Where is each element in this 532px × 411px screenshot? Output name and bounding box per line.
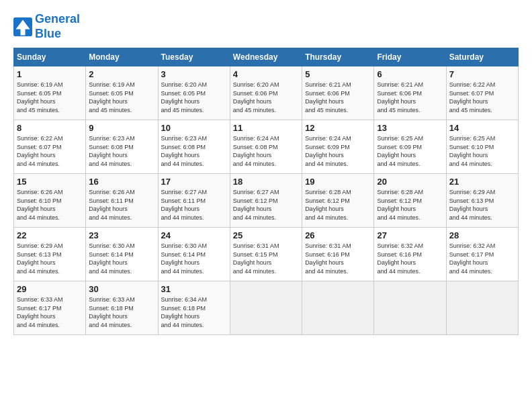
calendar-cell: 24 Sunrise: 6:30 AMSunset: 6:14 PMDaylig… [158,228,230,281]
day-number: 17 [161,177,227,187]
day-number: 28 [449,230,515,240]
day-number: 26 [305,230,371,240]
calendar-cell [302,281,374,335]
calendar-body: 1 Sunrise: 6:19 AMSunset: 6:05 PMDayligh… [14,66,519,335]
day-info: Sunrise: 6:22 AMSunset: 6:07 PMDaylight … [449,81,515,114]
day-info: Sunrise: 6:30 AMSunset: 6:14 PMDaylight … [161,242,227,275]
day-number: 4 [233,69,299,79]
day-number: 1 [17,69,83,79]
day-info: Sunrise: 6:30 AMSunset: 6:14 PMDaylight … [89,242,154,275]
day-info: Sunrise: 6:20 AMSunset: 6:06 PMDaylight … [233,81,299,114]
day-number: 31 [161,284,227,294]
calendar-cell: 26 Sunrise: 6:31 AMSunset: 6:16 PMDaylig… [302,228,374,281]
day-info: Sunrise: 6:32 AMSunset: 6:16 PMDaylight … [377,242,443,275]
day-info: Sunrise: 6:29 AMSunset: 6:13 PMDaylight … [449,188,515,222]
day-number: 30 [89,284,154,294]
calendar-cell: 16 Sunrise: 6:26 AMSunset: 6:11 PMDaylig… [86,174,158,228]
calendar-row-3: 15 Sunrise: 6:26 AMSunset: 6:10 PMDaylig… [14,174,519,228]
page-header: General Blue [13,12,519,41]
day-info: Sunrise: 6:26 AMSunset: 6:11 PMDaylight … [89,188,154,222]
day-info: Sunrise: 6:25 AMSunset: 6:10 PMDaylight … [449,134,515,168]
calendar-page: General Blue Sunday Monday Tuesday Wedne… [0,0,532,411]
calendar-cell [230,281,302,335]
calendar-row-5: 29 Sunrise: 6:33 AMSunset: 6:17 PMDaylig… [14,281,519,335]
day-number: 8 [17,123,83,133]
calendar-cell [374,281,446,335]
day-number: 14 [449,123,515,133]
day-number: 27 [377,230,443,240]
col-wednesday: Wednesday [230,48,302,66]
calendar-cell: 22 Sunrise: 6:29 AMSunset: 6:13 PMDaylig… [14,228,86,281]
calendar-cell: 25 Sunrise: 6:31 AMSunset: 6:15 PMDaylig… [230,228,302,281]
calendar-table: Sunday Monday Tuesday Wednesday Thursday… [13,48,519,335]
calendar-cell: 21 Sunrise: 6:29 AMSunset: 6:13 PMDaylig… [446,174,518,228]
day-info: Sunrise: 6:25 AMSunset: 6:09 PMDaylight … [377,134,443,168]
calendar-row-1: 1 Sunrise: 6:19 AMSunset: 6:05 PMDayligh… [14,66,519,120]
day-number: 3 [161,69,227,79]
calendar-cell: 14 Sunrise: 6:25 AMSunset: 6:10 PMDaylig… [446,120,518,174]
day-info: Sunrise: 6:34 AMSunset: 6:18 PMDaylight … [161,295,227,329]
day-info: Sunrise: 6:20 AMSunset: 6:05 PMDaylight … [161,81,227,114]
day-number: 22 [17,230,83,240]
calendar-cell: 30 Sunrise: 6:33 AMSunset: 6:18 PMDaylig… [86,281,158,335]
calendar-cell: 6 Sunrise: 6:21 AMSunset: 6:06 PMDayligh… [374,66,446,120]
logo-icon [13,17,32,36]
calendar-cell: 11 Sunrise: 6:24 AMSunset: 6:08 PMDaylig… [230,120,302,174]
day-number: 10 [161,123,227,133]
day-number: 20 [377,177,443,187]
logo: General Blue [13,12,80,41]
day-info: Sunrise: 6:29 AMSunset: 6:13 PMDaylight … [17,242,83,275]
day-number: 15 [17,177,83,187]
day-number: 25 [233,230,299,240]
calendar-cell: 18 Sunrise: 6:27 AMSunset: 6:12 PMDaylig… [230,174,302,228]
calendar-cell: 23 Sunrise: 6:30 AMSunset: 6:14 PMDaylig… [86,228,158,281]
day-number: 19 [305,177,371,187]
calendar-cell: 27 Sunrise: 6:32 AMSunset: 6:16 PMDaylig… [374,228,446,281]
calendar-cell: 8 Sunrise: 6:22 AMSunset: 6:07 PMDayligh… [14,120,86,174]
day-number: 16 [89,177,154,187]
calendar-row-2: 8 Sunrise: 6:22 AMSunset: 6:07 PMDayligh… [14,120,519,174]
calendar-cell: 17 Sunrise: 6:27 AMSunset: 6:11 PMDaylig… [158,174,230,228]
col-monday: Monday [86,48,158,66]
calendar-cell: 5 Sunrise: 6:21 AMSunset: 6:06 PMDayligh… [302,66,374,120]
day-info: Sunrise: 6:28 AMSunset: 6:12 PMDaylight … [377,188,443,222]
calendar-cell: 3 Sunrise: 6:20 AMSunset: 6:05 PMDayligh… [158,66,230,120]
col-thursday: Thursday [302,48,374,66]
logo-text: General Blue [35,12,80,41]
day-info: Sunrise: 6:24 AMSunset: 6:09 PMDaylight … [305,134,371,168]
day-info: Sunrise: 6:31 AMSunset: 6:16 PMDaylight … [305,242,371,275]
day-number: 7 [449,69,515,79]
day-info: Sunrise: 6:23 AMSunset: 6:08 PMDaylight … [89,134,154,168]
day-info: Sunrise: 6:26 AMSunset: 6:10 PMDaylight … [17,188,83,222]
calendar-cell: 7 Sunrise: 6:22 AMSunset: 6:07 PMDayligh… [446,66,518,120]
col-tuesday: Tuesday [158,48,230,66]
day-number: 12 [305,123,371,133]
calendar-cell: 29 Sunrise: 6:33 AMSunset: 6:17 PMDaylig… [14,281,86,335]
calendar-cell: 28 Sunrise: 6:32 AMSunset: 6:17 PMDaylig… [446,228,518,281]
day-number: 13 [377,123,443,133]
day-info: Sunrise: 6:27 AMSunset: 6:12 PMDaylight … [233,188,299,222]
calendar-cell: 1 Sunrise: 6:19 AMSunset: 6:05 PMDayligh… [14,66,86,120]
day-info: Sunrise: 6:19 AMSunset: 6:05 PMDaylight … [17,81,83,114]
day-info: Sunrise: 6:22 AMSunset: 6:07 PMDaylight … [17,134,83,168]
calendar-cell: 9 Sunrise: 6:23 AMSunset: 6:08 PMDayligh… [86,120,158,174]
day-info: Sunrise: 6:27 AMSunset: 6:11 PMDaylight … [161,188,227,222]
day-number: 5 [305,69,371,79]
calendar-cell: 13 Sunrise: 6:25 AMSunset: 6:09 PMDaylig… [374,120,446,174]
calendar-cell: 12 Sunrise: 6:24 AMSunset: 6:09 PMDaylig… [302,120,374,174]
day-info: Sunrise: 6:21 AMSunset: 6:06 PMDaylight … [377,81,443,114]
col-saturday: Saturday [446,48,518,66]
day-info: Sunrise: 6:19 AMSunset: 6:05 PMDaylight … [89,81,154,114]
day-number: 23 [89,230,154,240]
calendar-cell: 2 Sunrise: 6:19 AMSunset: 6:05 PMDayligh… [86,66,158,120]
col-friday: Friday [374,48,446,66]
header-row: Sunday Monday Tuesday Wednesday Thursday… [14,48,519,66]
calendar-cell: 20 Sunrise: 6:28 AMSunset: 6:12 PMDaylig… [374,174,446,228]
day-number: 6 [377,69,443,79]
calendar-row-4: 22 Sunrise: 6:29 AMSunset: 6:13 PMDaylig… [14,228,519,281]
day-number: 29 [17,284,83,294]
calendar-cell: 10 Sunrise: 6:23 AMSunset: 6:08 PMDaylig… [158,120,230,174]
day-info: Sunrise: 6:33 AMSunset: 6:18 PMDaylight … [89,295,154,329]
col-sunday: Sunday [14,48,86,66]
day-info: Sunrise: 6:24 AMSunset: 6:08 PMDaylight … [233,134,299,168]
